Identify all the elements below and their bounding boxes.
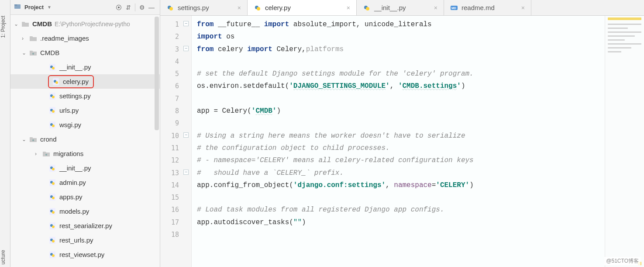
tree-folder-crond[interactable]: ⌄ crond bbox=[10, 132, 160, 146]
python-file-icon bbox=[52, 77, 60, 86]
tree-root-path: E:\PythonProject\new-pytho bbox=[55, 21, 130, 28]
dropdown-icon[interactable]: ▼ bbox=[47, 5, 52, 10]
line-number[interactable]: 16 bbox=[160, 204, 191, 216]
tree-file-rest-serializer[interactable]: rest_searializer.py bbox=[10, 218, 160, 233]
tree-file-settings[interactable]: settings.py bbox=[10, 89, 160, 103]
close-icon[interactable]: × bbox=[347, 4, 350, 11]
python-file-icon bbox=[48, 121, 57, 129]
gear-icon[interactable]: ⚙ bbox=[137, 3, 147, 12]
line-number[interactable]: 5 bbox=[160, 68, 191, 80]
python-file-icon bbox=[48, 222, 57, 230]
chevron-down-icon[interactable]: ⌄ bbox=[22, 136, 29, 142]
svg-point-18 bbox=[32, 139, 34, 141]
line-number[interactable]: 13− bbox=[160, 167, 191, 179]
close-icon[interactable]: × bbox=[434, 4, 437, 11]
python-file-icon bbox=[48, 207, 57, 216]
tree-item-label: migrations bbox=[53, 150, 83, 157]
tree-file-wsgi[interactable]: wsgi.py bbox=[10, 118, 160, 132]
hide-icon[interactable]: — bbox=[147, 3, 156, 12]
editor-tabs: settings.py × celery.py × __init__.py × … bbox=[160, 0, 644, 16]
line-number[interactable]: 2 bbox=[160, 31, 191, 43]
tree-root-label: CMDB bbox=[32, 20, 52, 28]
fold-icon[interactable]: − bbox=[183, 46, 189, 51]
close-icon[interactable]: × bbox=[238, 4, 241, 11]
gutter[interactable]: 1− 2 3− 4 5 6 7 8 9 10− 11 12 13− 14 15 … bbox=[160, 16, 192, 267]
code-editor[interactable]: from __future__ import absolute_import, … bbox=[192, 16, 605, 267]
locate-icon[interactable]: ⦿ bbox=[114, 3, 124, 12]
chevron-right-icon[interactable]: › bbox=[22, 35, 29, 42]
line-number[interactable]: 6 bbox=[160, 80, 191, 92]
tree-folder-readme-images[interactable]: › .readme_images bbox=[10, 31, 160, 45]
tab-readme[interactable]: MD readme.md × bbox=[444, 0, 531, 15]
tree-item-label: CMDB bbox=[40, 49, 59, 56]
svg-point-11 bbox=[52, 96, 55, 98]
rail-structure-tab[interactable]: ucture bbox=[0, 247, 10, 267]
python-file-icon bbox=[254, 4, 262, 12]
rail-project-tab[interactable]: 1: Project bbox=[0, 13, 10, 41]
tree-file-crond-init[interactable]: __init__.py bbox=[10, 161, 160, 175]
fold-icon[interactable]: − bbox=[183, 21, 189, 26]
editor-body: 1− 2 3− 4 5 6 7 8 9 10− 11 12 13− 14 15 … bbox=[160, 16, 644, 267]
line-number[interactable]: 3− bbox=[160, 43, 191, 55]
line-number[interactable]: 8 bbox=[160, 105, 191, 117]
tree-folder-migrations[interactable]: › migrations bbox=[10, 146, 160, 161]
collapse-icon[interactable]: ⇵ bbox=[124, 3, 133, 12]
package-icon bbox=[42, 149, 51, 158]
tree-item-label: crond bbox=[40, 135, 57, 143]
tree-file-rest-urls[interactable]: rest_urls.py bbox=[10, 233, 160, 247]
tree-file-admin[interactable]: admin.py bbox=[10, 175, 160, 190]
line-number[interactable]: 10− bbox=[160, 130, 191, 142]
tree-item-label: models.py bbox=[59, 208, 89, 215]
tree-folder-cmdb[interactable]: ⌄ CMDB bbox=[10, 45, 160, 60]
tree-root[interactable]: ⌄ CMDB E:\PythonProject\new-pytho bbox=[10, 17, 160, 31]
tree-file-apps[interactable]: apps.py bbox=[10, 190, 160, 204]
line-number[interactable]: 1− bbox=[160, 18, 191, 31]
tab-init[interactable]: __init__.py × bbox=[357, 0, 444, 15]
svg-point-17 bbox=[52, 125, 55, 127]
line-number[interactable]: 9 bbox=[160, 117, 191, 129]
tree-file-models[interactable]: models.py bbox=[10, 204, 160, 218]
fold-icon[interactable]: − bbox=[183, 170, 189, 175]
minimap[interactable] bbox=[605, 16, 644, 267]
line-number[interactable]: 4 bbox=[160, 55, 191, 68]
line-number[interactable]: 7 bbox=[160, 93, 191, 105]
line-number[interactable]: 15 bbox=[160, 191, 191, 204]
chevron-down-icon[interactable]: ⌄ bbox=[22, 50, 29, 56]
line-number[interactable]: 18 bbox=[160, 229, 191, 241]
python-file-icon bbox=[48, 164, 57, 173]
panel-title[interactable]: Project bbox=[24, 4, 44, 10]
tree-file-urls[interactable]: urls.py bbox=[10, 103, 160, 118]
tab-label: settings.py bbox=[178, 4, 233, 11]
tab-celery[interactable]: celery.py × bbox=[248, 0, 357, 15]
close-icon[interactable]: × bbox=[521, 4, 525, 11]
svg-point-22 bbox=[52, 168, 55, 170]
line-number[interactable]: 14 bbox=[160, 179, 191, 191]
svg-point-25 bbox=[52, 182, 55, 185]
project-icon bbox=[14, 3, 21, 11]
minimap-line bbox=[608, 28, 628, 29]
fold-icon[interactable]: − bbox=[183, 132, 189, 138]
chevron-down-icon[interactable]: ⌄ bbox=[14, 21, 21, 27]
tree-file-celery[interactable]: celery.py bbox=[10, 74, 160, 89]
python-file-icon bbox=[166, 4, 174, 12]
svg-point-34 bbox=[52, 225, 55, 228]
tree-scrollbar[interactable] bbox=[155, 17, 159, 130]
svg-point-5 bbox=[52, 67, 55, 69]
svg-text:MD: MD bbox=[451, 7, 456, 10]
folder-icon bbox=[29, 34, 38, 43]
python-file-icon bbox=[48, 178, 57, 187]
project-panel-header: Project ▼ ⦿ ⇵ ⚙ — bbox=[10, 0, 160, 15]
line-number[interactable]: 11 bbox=[160, 142, 191, 154]
python-file-icon bbox=[48, 236, 57, 245]
watermark: @51CTO博客 bbox=[604, 257, 641, 265]
tree-item-label: settings.py bbox=[59, 92, 91, 100]
chevron-right-icon[interactable]: › bbox=[35, 151, 42, 157]
tab-settings[interactable]: settings.py × bbox=[160, 0, 248, 15]
project-tree[interactable]: ⌄ CMDB E:\PythonProject\new-pytho › .rea… bbox=[10, 15, 160, 267]
tree-item-label: rest_viewset.py bbox=[59, 251, 104, 258]
line-number[interactable]: 12 bbox=[160, 154, 191, 166]
tree-file-rest-viewset[interactable]: rest_viewset.py bbox=[10, 247, 160, 262]
tree-file-init[interactable]: __init__.py bbox=[10, 60, 160, 74]
minimap-line bbox=[608, 31, 641, 33]
line-number[interactable]: 17 bbox=[160, 216, 191, 229]
